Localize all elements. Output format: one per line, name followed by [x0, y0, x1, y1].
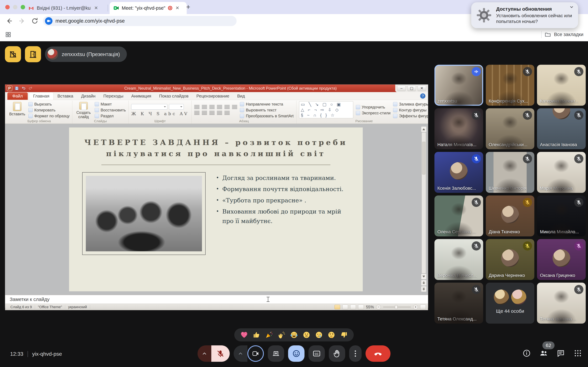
align-buttons[interactable]	[194, 111, 237, 115]
save-icon[interactable]	[14, 86, 19, 91]
reaction-face-crying-button[interactable]	[315, 331, 323, 339]
reaction-sparkling-heart-button[interactable]	[240, 331, 248, 339]
tab-gmail[interactable]: Вхідні (931) - t.miyer@kubg.e ✕	[25, 2, 109, 14]
ribbon-button[interactable]: Упорядочить	[356, 105, 391, 109]
minimize-window-button[interactable]	[13, 5, 17, 9]
participant-tile[interactable]: Анастасія Іванова	[537, 108, 586, 149]
more-options-button[interactable]	[349, 345, 362, 362]
participant-tile[interactable]: Наталя Миколаїв...	[434, 108, 483, 149]
maximize-button[interactable]: ▢	[407, 85, 416, 91]
zoom-out-button[interactable]: −	[376, 305, 381, 309]
tab-Дизайн[interactable]: Дизайн	[77, 92, 99, 100]
leave-call-button[interactable]	[365, 345, 390, 362]
camera-permission-icon[interactable]	[45, 17, 52, 25]
reaction-party-popper-button[interactable]	[265, 331, 273, 339]
next-slide-icon[interactable]	[421, 286, 426, 292]
camera-options-button[interactable]	[234, 345, 247, 362]
apps-shortcut-icon[interactable]	[5, 31, 11, 38]
ribbon-button[interactable]: Копировать	[28, 108, 69, 112]
participant-tile[interactable]: Конференція Сух...	[486, 65, 535, 106]
slide-sorter-view-button[interactable]	[342, 305, 348, 309]
open-room-button[interactable]	[25, 46, 41, 62]
close-tab-icon[interactable]: ✕	[175, 5, 180, 11]
previous-slide-icon[interactable]	[421, 280, 426, 286]
update-notification[interactable]: Доступны обновления Установить обновлени…	[471, 2, 578, 28]
reaction-face-thinking-button[interactable]	[328, 331, 335, 339]
zoom-window-button[interactable]	[21, 5, 25, 9]
companion-mode-button[interactable]	[5, 46, 21, 62]
tab-Вид[interactable]: Вид	[233, 92, 249, 100]
chat-button[interactable]	[556, 349, 565, 358]
font-size-select[interactable]	[169, 104, 184, 110]
presenter-pill[interactable]: zenxxxtsu (Презентація)	[45, 47, 127, 62]
ribbon-button[interactable]: Макет	[95, 102, 126, 107]
scrollbar-thumb[interactable]	[422, 142, 425, 175]
reaction-thumbs-up-button[interactable]	[253, 331, 260, 339]
font-style-buttons[interactable]: Ж К Ч S abc AV	[131, 111, 189, 116]
reaction-clapping-hands-button[interactable]	[277, 331, 285, 339]
forward-icon[interactable]	[18, 17, 26, 25]
participant-tile[interactable]: Микола Михайло...	[537, 195, 586, 236]
ribbon-button[interactable]: Экспресс-стили	[356, 111, 391, 115]
help-icon[interactable]: ?	[420, 93, 425, 99]
mute-button[interactable]	[211, 345, 230, 362]
tab-meet[interactable]: Meet: "yix-qhvd-pse" ✕	[110, 2, 187, 14]
participant-tile[interactable]: zenxxxtsu	[434, 65, 483, 106]
tab-Рецензирование[interactable]: Рецензирование	[192, 92, 233, 100]
all-bookmarks-button[interactable]: Все закладки	[554, 32, 583, 37]
chevron-down-icon[interactable]	[569, 5, 574, 9]
close-window-button[interactable]	[5, 5, 10, 9]
close-tab-icon[interactable]: ✕	[94, 5, 99, 11]
participant-tile[interactable]: Вероніка В`ячесл...	[434, 239, 483, 280]
activities-button[interactable]	[574, 349, 582, 358]
paste-button[interactable]: Вставить	[9, 101, 26, 119]
notes-pane[interactable]: Заметки к слайду	[5, 295, 428, 304]
participant-tile[interactable]: Оксана Гриценко	[537, 239, 586, 280]
captions-button[interactable]: CC	[308, 345, 325, 362]
participant-tile[interactable]: Шевченко Вікторія	[486, 152, 535, 193]
camera-button[interactable]	[247, 345, 264, 362]
tab-Вставка[interactable]: Вставка	[53, 92, 77, 100]
reaction-thumbs-down-button[interactable]	[340, 331, 348, 339]
redo-icon[interactable]	[28, 86, 33, 91]
reload-icon[interactable]	[31, 17, 38, 25]
new-tab-button[interactable]: +	[186, 4, 190, 10]
slideshow-view-button[interactable]	[358, 305, 364, 309]
participant-tile[interactable]: Діана Ткаченко	[486, 195, 535, 236]
slide[interactable]: ЧЕТВЕРТЕ ЗАВДАННЯ – розвиток потреби пік…	[69, 127, 363, 291]
font-name-select[interactable]	[131, 104, 167, 110]
mic-options-button[interactable]	[198, 345, 211, 362]
participant-tile[interactable]: Олександрійськи...	[486, 108, 535, 149]
participant-tile[interactable]: Тетяна Іванівна ...	[537, 283, 586, 324]
ribbon-button[interactable]: Контур фигуры	[393, 108, 428, 112]
fit-to-window-button[interactable]	[420, 305, 426, 309]
participant-tile[interactable]: Тетяна Олександ...	[434, 283, 483, 324]
normal-view-button[interactable]	[335, 305, 340, 309]
undo-icon[interactable]	[21, 86, 26, 91]
reactions-toggle-button[interactable]	[288, 345, 304, 362]
ribbon-button[interactable]: Восстановить	[95, 108, 126, 112]
close-button[interactable]: ✕	[417, 85, 426, 91]
info-button[interactable]	[522, 349, 531, 358]
tab-Переходы[interactable]: Переходы	[99, 92, 127, 100]
shapes-gallery[interactable]: ▭ ╲ ↘ ▢ ○ ▣△ ⌐ ¬ ⇨ ⇩ ◇§ ~ ∩ { } ☆	[299, 101, 353, 118]
reaction-face-joy-button[interactable]	[290, 331, 298, 339]
present-button[interactable]	[268, 345, 284, 362]
reading-view-button[interactable]	[350, 305, 356, 309]
back-icon[interactable]	[6, 17, 13, 25]
participant-tile[interactable]: Дарина Черненко	[486, 239, 535, 280]
tab-Главная[interactable]: Главная	[29, 92, 53, 100]
tab-Показ слайдов[interactable]: Показ слайдов	[155, 92, 192, 100]
ribbon-button[interactable]: Выровнять текст	[240, 108, 294, 112]
ribbon-button[interactable]: Направление текста	[240, 102, 294, 107]
ribbon-button[interactable]: Раздел	[95, 114, 126, 118]
tab-Анимация[interactable]: Анимация	[127, 92, 155, 100]
participant-tile[interactable]: Катерина Валент...	[537, 65, 586, 106]
new-slide-button[interactable]: Создать слайд	[75, 101, 92, 119]
ribbon-button[interactable]: Эффекты фигур	[393, 114, 428, 118]
ribbon-button[interactable]: Формат по образцу	[28, 114, 69, 118]
participant-tile[interactable]: Марія Мітрохіна	[537, 152, 586, 193]
language-indicator[interactable]: украинский	[65, 305, 90, 309]
url-bar[interactable]: meet.google.com/yix-qhvd-pse	[43, 16, 237, 26]
participant-tile[interactable]: Олена Сергіївна ...	[434, 195, 483, 236]
